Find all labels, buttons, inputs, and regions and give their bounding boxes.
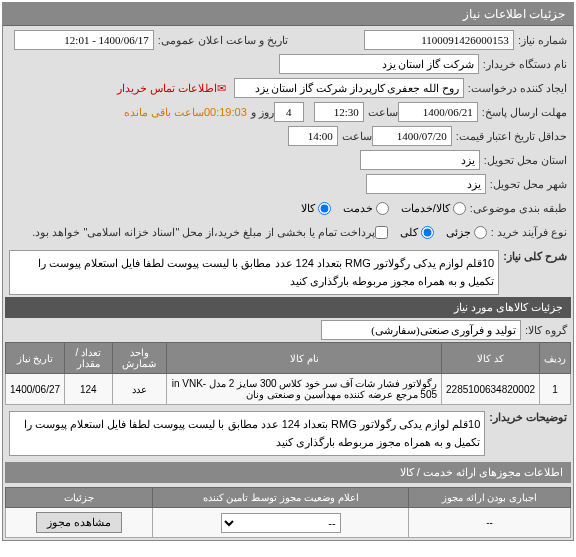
panel-title: جزئیات اطلاعات نیاز xyxy=(3,3,573,26)
mail-icon: ✉ xyxy=(217,82,226,95)
need-desc-label: شرح کلی نیاز: xyxy=(499,250,567,263)
requester-input[interactable] xyxy=(234,78,464,98)
radio-partial[interactable]: جزئی xyxy=(446,226,487,239)
cell-name: رگولاتور فشار شات آف سر خود کلاس 300 سای… xyxy=(167,374,442,405)
row-requester: ایجاد کننده درخواست: ✉ اطلاعات تماس خرید… xyxy=(5,76,571,100)
th-idx: ردیف xyxy=(540,343,571,374)
row-buyer-notes: توضیحات خریدار: 10قلم لوازم یدکی رگولاتو… xyxy=(5,405,571,458)
buyer-input[interactable] xyxy=(279,54,479,74)
th-name: نام کالا xyxy=(167,343,442,374)
min-valid-time[interactable] xyxy=(288,126,338,146)
row-need-number: شماره نیاز: تاریخ و ساعت اعلان عمومی: xyxy=(5,28,571,52)
row-deadline: مهلت ارسال پاسخ: ساعت روز و 00:19:03 ساع… xyxy=(5,100,571,124)
auth-table: اجباری بودن ارائه مجوز اعلام وضعیت مجوز … xyxy=(5,487,571,538)
group-label: گروه کالا: xyxy=(521,324,567,337)
radio-product-label: کالا xyxy=(301,202,315,215)
auth-detail-cell: مشاهده مجوز xyxy=(6,508,153,538)
auth-header: اطلاعات مجوزهای ارائه خدمت / کالا xyxy=(5,462,571,483)
need-details-panel: جزئیات اطلاعات نیاز شماره نیاز: تاریخ و … xyxy=(2,2,574,541)
th-date: تاریخ نیاز xyxy=(6,343,65,374)
payment-note: پرداخت تمام یا بخشی از مبلغ خرید،از محل … xyxy=(28,226,375,239)
payment-checkbox[interactable] xyxy=(375,226,388,239)
cell-code: 2285100634820002 xyxy=(442,374,540,405)
need-desc-text[interactable]: 10قلم لوازم یدکی رگولاتور RMG بتعداد 124… xyxy=(9,250,499,295)
row-cost-type: طبقه بندی موضوعی: کالا/خدمات خدمت کالا xyxy=(5,196,571,220)
cell-idx: 1 xyxy=(540,374,571,405)
radio-goods-service-input[interactable] xyxy=(453,202,466,215)
purchase-label: نوع فرآیند خرید : xyxy=(487,226,567,239)
announce-input[interactable] xyxy=(14,30,154,50)
time-label-2: ساعت xyxy=(338,130,372,143)
auth-row: -- -- مشاهده مجوز xyxy=(6,508,571,538)
row-city: شهر محل تحویل: xyxy=(5,172,571,196)
radio-partial-label: جزئی xyxy=(446,226,471,239)
auth-mandatory: -- xyxy=(409,508,571,538)
cell-date: 1400/06/27 xyxy=(6,374,65,405)
radio-goods-service-label: کالا/خدمات xyxy=(401,202,450,215)
th-unit: واحد شمارش xyxy=(112,343,167,374)
row-need-desc: شرح کلی نیاز: 10قلم لوازم یدکی رگولاتور … xyxy=(5,244,571,297)
radio-service-input[interactable] xyxy=(376,202,389,215)
th-detail: جزئیات xyxy=(6,488,153,508)
contact-link[interactable]: اطلاعات تماس خریدار xyxy=(117,82,217,95)
min-valid-date[interactable] xyxy=(372,126,452,146)
deadline-label: مهلت ارسال پاسخ: xyxy=(478,106,567,119)
city-label: شهر محل تحویل: xyxy=(486,178,567,191)
need-number-input[interactable] xyxy=(364,30,514,50)
items-table: ردیف کد کالا نام کالا واحد شمارش تعداد /… xyxy=(5,342,571,405)
buyer-label: نام دستگاه خریدار: xyxy=(479,58,567,71)
th-mandatory: اجباری بودن ارائه مجوز xyxy=(409,488,571,508)
buyer-notes-label: توضیحات خریدار: xyxy=(485,411,567,424)
requester-label: ایجاد کننده درخواست: xyxy=(464,82,567,95)
radio-service[interactable]: خدمت xyxy=(343,202,389,215)
radio-full[interactable]: کلی xyxy=(400,226,434,239)
row-group: گروه کالا: xyxy=(5,318,571,342)
th-status: اعلام وضعیت مجوز توسط تامین کننده xyxy=(153,488,409,508)
need-number-label: شماره نیاز: xyxy=(514,34,567,47)
panel-body: شماره نیاز: تاریخ و ساعت اعلان عمومی: نا… xyxy=(3,26,573,540)
deadline-date[interactable] xyxy=(398,102,478,122)
view-auth-button[interactable]: مشاهده مجوز xyxy=(36,512,122,533)
deadline-time[interactable] xyxy=(314,102,364,122)
cost-label: طبقه بندی موضوعی: xyxy=(466,202,567,215)
table-row: 1 2285100634820002 رگولاتور فشار شات آف … xyxy=(6,374,571,405)
row-min-valid: حداقل تاریخ اعتبار قیمت: ساعت xyxy=(5,124,571,148)
items-header: جزئیات کالاهای مورد نیاز xyxy=(5,297,571,318)
radio-goods-service[interactable]: کالا/خدمات xyxy=(401,202,466,215)
days-input[interactable] xyxy=(274,102,304,122)
days-label: روز و xyxy=(247,106,274,119)
remaining-label: ساعت باقی مانده xyxy=(124,106,204,119)
radio-full-label: کلی xyxy=(400,226,418,239)
radio-partial-input[interactable] xyxy=(474,226,487,239)
place-label: استان محل تحویل: xyxy=(480,154,567,167)
auth-status-select[interactable]: -- xyxy=(221,513,341,533)
place-input[interactable] xyxy=(360,150,480,170)
radio-full-input[interactable] xyxy=(421,226,434,239)
row-purchase-type: نوع فرآیند خرید : جزئی کلی پرداخت تمام ی… xyxy=(5,220,571,244)
radio-product-input[interactable] xyxy=(318,202,331,215)
min-valid-label: حداقل تاریخ اعتبار قیمت: xyxy=(452,130,567,143)
time-label-1: ساعت xyxy=(364,106,398,119)
row-buyer: نام دستگاه خریدار: xyxy=(5,52,571,76)
announce-label: تاریخ و ساعت اعلان عمومی: xyxy=(154,34,288,47)
auth-header-row: اجباری بودن ارائه مجوز اعلام وضعیت مجوز … xyxy=(6,488,571,508)
table-header-row: ردیف کد کالا نام کالا واحد شمارش تعداد /… xyxy=(6,343,571,374)
th-qty: تعداد / مقدار xyxy=(65,343,112,374)
th-code: کد کالا xyxy=(442,343,540,374)
cell-unit: عدد xyxy=(112,374,167,405)
group-input[interactable] xyxy=(321,320,521,340)
radio-product[interactable]: کالا xyxy=(301,202,331,215)
buyer-notes-text[interactable]: 10قلم لوازم یدکی رگولاتور RMG بتعداد 124… xyxy=(9,411,485,456)
remaining-time: 00:19:03 xyxy=(204,106,247,118)
cell-qty: 124 xyxy=(65,374,112,405)
auth-status-cell: -- xyxy=(153,508,409,538)
radio-service-label: خدمت xyxy=(343,202,373,215)
city-input[interactable] xyxy=(366,174,486,194)
row-place: استان محل تحویل: xyxy=(5,148,571,172)
